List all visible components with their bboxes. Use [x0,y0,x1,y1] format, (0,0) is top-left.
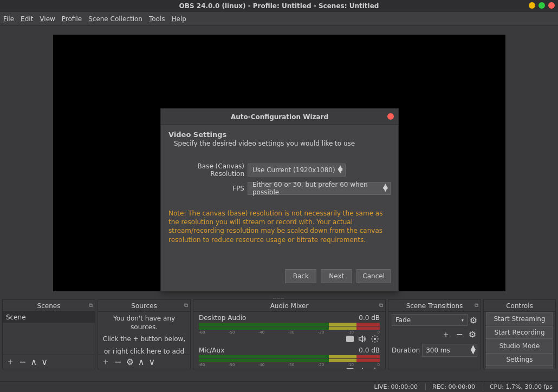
chevron-down-icon: ▼ [338,169,342,172]
fps-select-value: Either 60 or 30, but prefer 60 when poss… [252,181,380,196]
resolution-select[interactable]: Use Current (1920x1080) ▲▼ [248,164,346,177]
back-button[interactable]: Back [285,269,316,283]
resolution-select-value: Use Current (1920x1080) [252,166,335,174]
modal-overlay: Auto-Configuration Wizard Video Settings… [0,0,558,392]
dialog-close-button[interactable] [387,113,394,120]
fps-label: FPS [168,185,244,192]
dialog-titlebar: Auto-Configuration Wizard [161,109,398,125]
resolution-label: Base (Canvas) Resolution [168,162,244,178]
dialog-subheading: Specify the desired video settings you w… [168,140,391,147]
dialog-note: Note: The canvas (base) resolution is no… [168,209,391,244]
fps-select[interactable]: Either 60 or 30, but prefer 60 when poss… [248,182,391,195]
next-button[interactable]: Next [321,269,352,283]
cancel-button[interactable]: Cancel [356,269,391,283]
chevron-down-icon: ▼ [383,187,388,191]
dialog-title-label: Auto-Configuration Wizard [231,113,328,121]
dialog-heading: Video Settings [168,130,391,139]
auto-config-wizard-dialog: Auto-Configuration Wizard Video Settings… [160,108,399,291]
